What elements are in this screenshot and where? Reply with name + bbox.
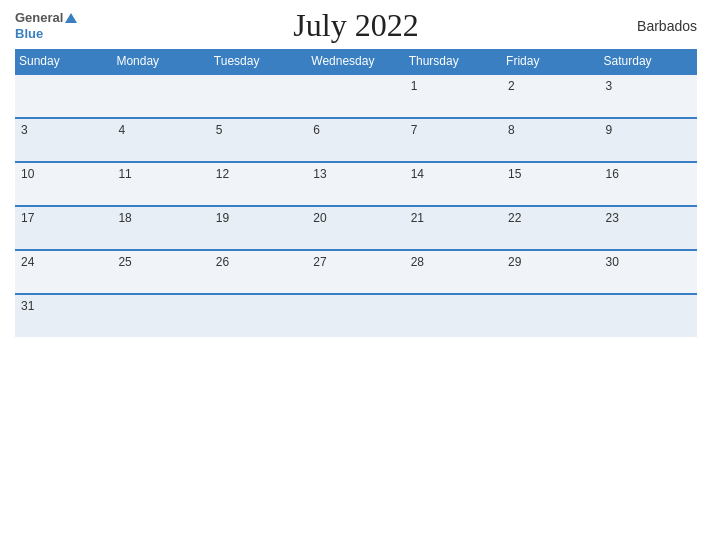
calendar-day-cell: 27 — [307, 250, 404, 294]
calendar-day-cell: 28 — [405, 250, 502, 294]
calendar-week-row: 3456789 — [15, 118, 697, 162]
calendar-title: July 2022 — [293, 7, 418, 44]
calendar-day-cell: 17 — [15, 206, 112, 250]
calendar-day-cell: 3 — [15, 118, 112, 162]
calendar-day-cell: 13 — [307, 162, 404, 206]
calendar-header-row: Sunday Monday Tuesday Wednesday Thursday… — [15, 49, 697, 74]
calendar-day-cell: 8 — [502, 118, 599, 162]
calendar-day-cell: 19 — [210, 206, 307, 250]
calendar-day-cell: 14 — [405, 162, 502, 206]
calendar-day-cell: 22 — [502, 206, 599, 250]
calendar-day-cell: 15 — [502, 162, 599, 206]
calendar-day-cell: 3 — [600, 74, 697, 118]
logo: General Blue — [15, 10, 77, 41]
calendar-day-cell: 9 — [600, 118, 697, 162]
header-saturday: Saturday — [600, 49, 697, 74]
calendar-day-cell: 1 — [405, 74, 502, 118]
calendar-day-cell: 23 — [600, 206, 697, 250]
calendar-day-cell — [307, 294, 404, 337]
calendar-week-row: 31 — [15, 294, 697, 337]
calendar-day-cell: 24 — [15, 250, 112, 294]
calendar-day-cell: 10 — [15, 162, 112, 206]
calendar-day-cell — [210, 294, 307, 337]
calendar-day-cell: 30 — [600, 250, 697, 294]
calendar-week-row: 24252627282930 — [15, 250, 697, 294]
calendar-day-cell: 29 — [502, 250, 599, 294]
header-monday: Monday — [112, 49, 209, 74]
calendar-day-cell — [210, 74, 307, 118]
calendar-day-cell: 31 — [15, 294, 112, 337]
calendar-day-cell: 25 — [112, 250, 209, 294]
header-wednesday: Wednesday — [307, 49, 404, 74]
logo-general-text: General — [15, 10, 63, 26]
calendar-day-cell — [112, 74, 209, 118]
page-header: General Blue July 2022 Barbados — [15, 10, 697, 41]
calendar-day-cell: 4 — [112, 118, 209, 162]
calendar-day-cell: 7 — [405, 118, 502, 162]
calendar-day-cell: 20 — [307, 206, 404, 250]
calendar-day-cell — [600, 294, 697, 337]
calendar-day-cell: 11 — [112, 162, 209, 206]
calendar-day-cell: 6 — [307, 118, 404, 162]
calendar-day-cell: 12 — [210, 162, 307, 206]
calendar-day-cell: 5 — [210, 118, 307, 162]
country-label: Barbados — [637, 18, 697, 34]
header-tuesday: Tuesday — [210, 49, 307, 74]
header-friday: Friday — [502, 49, 599, 74]
calendar-day-cell: 2 — [502, 74, 599, 118]
calendar-day-cell: 18 — [112, 206, 209, 250]
calendar-week-row: 17181920212223 — [15, 206, 697, 250]
calendar-day-cell — [307, 74, 404, 118]
logo-blue-text: Blue — [15, 26, 43, 41]
calendar-day-cell: 21 — [405, 206, 502, 250]
calendar-day-cell — [502, 294, 599, 337]
calendar-week-row: 123 — [15, 74, 697, 118]
calendar-day-cell: 16 — [600, 162, 697, 206]
calendar-day-cell — [112, 294, 209, 337]
header-thursday: Thursday — [405, 49, 502, 74]
calendar-week-row: 10111213141516 — [15, 162, 697, 206]
calendar-day-cell — [15, 74, 112, 118]
calendar-day-cell — [405, 294, 502, 337]
header-sunday: Sunday — [15, 49, 112, 74]
logo-triangle-icon — [65, 13, 77, 23]
calendar-day-cell: 26 — [210, 250, 307, 294]
calendar-table: Sunday Monday Tuesday Wednesday Thursday… — [15, 49, 697, 337]
